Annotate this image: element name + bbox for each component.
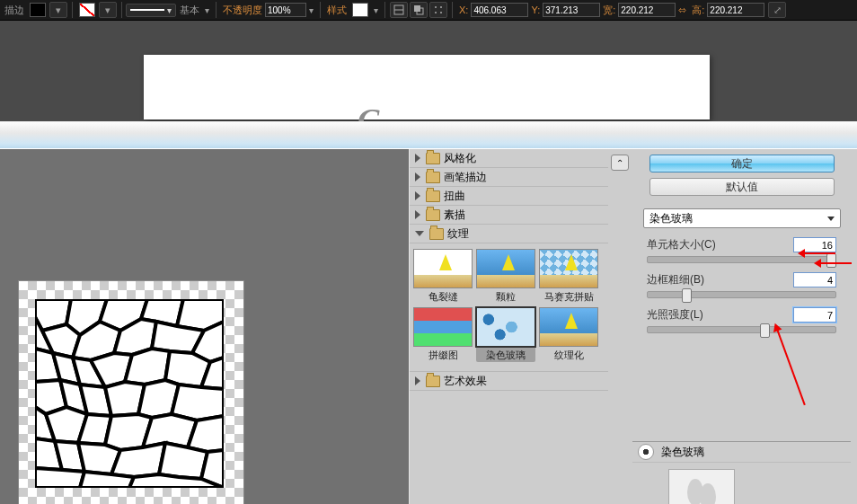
stroke-swatch[interactable] bbox=[79, 3, 95, 17]
stroke-preset-select[interactable]: ▾ bbox=[126, 4, 176, 17]
arrange-icon[interactable] bbox=[410, 2, 428, 18]
divider bbox=[72, 2, 73, 18]
ok-button[interactable]: 确定 bbox=[649, 155, 835, 172]
stroke-preview bbox=[130, 9, 164, 11]
fill-swatch[interactable] bbox=[30, 3, 46, 17]
svg-point-6 bbox=[435, 12, 437, 13]
preview-image[interactable] bbox=[18, 280, 244, 504]
svg-point-7 bbox=[440, 12, 442, 13]
filter-gallery-dialog: 风格化 画笔描边 扭曲 素描 纹理 bbox=[0, 121, 857, 504]
thumb-grain[interactable]: 颗粒 bbox=[476, 249, 535, 304]
slider-thumb[interactable] bbox=[826, 253, 836, 268]
thumb-preview bbox=[539, 307, 598, 347]
light-row: 光照强度(L) bbox=[647, 307, 836, 323]
slider-thumb[interactable] bbox=[682, 288, 692, 303]
y-input[interactable] bbox=[543, 3, 600, 17]
preview-pane bbox=[0, 149, 410, 504]
folder-icon bbox=[429, 228, 444, 240]
style-swatch[interactable] bbox=[352, 3, 368, 17]
layer-row[interactable]: 染色玻璃 bbox=[632, 442, 851, 463]
chevron-right-icon bbox=[415, 154, 420, 163]
collapse-column: ⌃ bbox=[608, 149, 632, 504]
stroke-dropdown[interactable]: ▾ bbox=[99, 2, 117, 18]
category-label: 画笔描边 bbox=[444, 170, 487, 185]
thumb-label: 拼缀图 bbox=[413, 349, 473, 362]
dialog-body: 风格化 画笔描边 扭曲 素描 纹理 bbox=[0, 148, 857, 504]
h-label: 高: bbox=[692, 4, 704, 17]
category-label: 素描 bbox=[444, 208, 465, 223]
thumb-crackle[interactable]: 龟裂缝 bbox=[413, 249, 473, 304]
thumb-texturize[interactable]: 纹理化 bbox=[539, 307, 598, 362]
default-button[interactable]: 默认值 bbox=[649, 178, 835, 196]
border-input[interactable] bbox=[793, 272, 836, 287]
artboard[interactable] bbox=[144, 55, 710, 119]
distribute-icon[interactable] bbox=[429, 2, 447, 18]
folder-icon bbox=[426, 376, 440, 387]
annotation-arrow bbox=[819, 262, 852, 264]
category-label: 纹理 bbox=[447, 226, 469, 242]
slider-thumb[interactable] bbox=[760, 323, 770, 338]
opacity-label: 不透明度 bbox=[223, 4, 262, 17]
opacity-input[interactable] bbox=[265, 3, 306, 17]
thumb-preview bbox=[413, 249, 473, 288]
x-label: X: bbox=[459, 4, 468, 15]
link-icon[interactable]: ⬄ bbox=[678, 4, 686, 16]
thumb-patchwork[interactable]: 拼缀图 bbox=[413, 307, 473, 362]
category-distort[interactable]: 扭曲 bbox=[410, 187, 609, 206]
thumb-stainedglass[interactable]: 染色玻璃 bbox=[476, 307, 535, 362]
options-bar: 描边 ▾ ▾ ▾ 基本 ▾ 不透明度 ▾ 样式 ▾ X: Y: 宽: ⬄ 高: … bbox=[0, 0, 857, 21]
style-label: 样式 bbox=[327, 4, 347, 17]
preview-content bbox=[35, 299, 224, 488]
texture-thumbs: 龟裂缝 颗粒 马赛克拼贴 拼缀图 bbox=[410, 243, 609, 372]
light-label: 光照强度(L) bbox=[647, 307, 703, 323]
cellsize-slider[interactable] bbox=[647, 256, 836, 263]
chevron-right-icon bbox=[415, 376, 420, 385]
border-label: 边框粗细(B) bbox=[647, 272, 704, 287]
layer-panel: 染色玻璃 bbox=[632, 441, 851, 504]
thumb-label: 颗粒 bbox=[476, 290, 535, 304]
border-slider[interactable] bbox=[647, 291, 836, 298]
collapse-button[interactable]: ⌃ bbox=[611, 155, 629, 171]
filter-select[interactable]: 染色玻璃 bbox=[643, 208, 841, 228]
x-input[interactable] bbox=[471, 3, 528, 17]
thumb-label: 龟裂缝 bbox=[413, 290, 473, 304]
category-artistic[interactable]: 艺术效果 bbox=[410, 372, 609, 391]
category-brushstrokes[interactable]: 画笔描边 bbox=[410, 168, 609, 187]
divider bbox=[452, 2, 453, 18]
layer-name: 染色玻璃 bbox=[661, 445, 704, 460]
swatch-dropdown[interactable]: ▾ bbox=[49, 2, 67, 18]
basic-label: 基本 bbox=[180, 4, 199, 17]
thumb-label: 马赛克拼贴 bbox=[539, 290, 598, 304]
y-label: Y: bbox=[531, 4, 540, 15]
folder-icon bbox=[426, 190, 440, 202]
align-icon[interactable] bbox=[390, 2, 408, 18]
cellsize-row: 单元格大小(C) bbox=[647, 237, 836, 252]
category-label: 艺术效果 bbox=[444, 374, 487, 389]
dialog-titlebar[interactable] bbox=[0, 121, 857, 150]
thumb-label: 纹理化 bbox=[539, 349, 598, 362]
light-input[interactable] bbox=[793, 307, 836, 323]
category-texture[interactable]: 纹理 bbox=[410, 225, 609, 243]
chevron-right-icon bbox=[415, 172, 420, 181]
light-slider[interactable] bbox=[647, 326, 836, 333]
chevron-down-icon bbox=[827, 217, 835, 221]
svg-point-4 bbox=[435, 6, 437, 8]
folder-icon bbox=[426, 153, 440, 164]
thumb-preview bbox=[476, 249, 535, 288]
thumb-preview bbox=[539, 249, 598, 288]
more-icon[interactable]: ⤢ bbox=[768, 2, 786, 18]
w-input[interactable] bbox=[618, 3, 676, 17]
thumb-mosaic[interactable]: 马赛克拼贴 bbox=[539, 249, 598, 304]
filter-select-label: 染色玻璃 bbox=[649, 211, 693, 226]
divider bbox=[384, 2, 385, 18]
chevron-right-icon bbox=[415, 210, 420, 219]
border-row: 边框粗细(B) bbox=[647, 272, 836, 287]
cellsize-label: 单元格大小(C) bbox=[647, 237, 716, 252]
svg-point-5 bbox=[440, 6, 442, 8]
stroke-label: 描边 bbox=[4, 4, 24, 17]
category-stylize[interactable]: 风格化 bbox=[410, 149, 609, 168]
category-label: 扭曲 bbox=[444, 189, 465, 204]
h-input[interactable] bbox=[707, 3, 764, 17]
category-sketch[interactable]: 素描 bbox=[410, 206, 609, 225]
visibility-icon[interactable] bbox=[638, 444, 654, 460]
